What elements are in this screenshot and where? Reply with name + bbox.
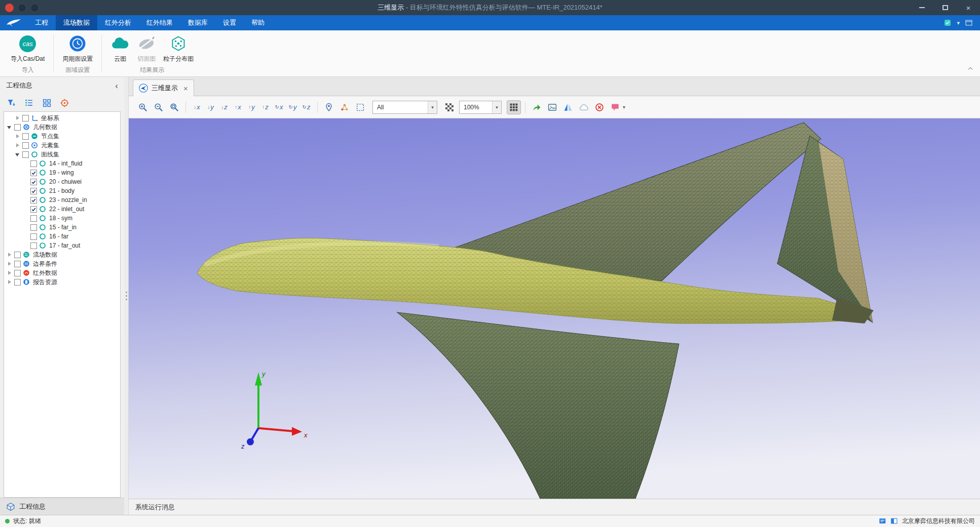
export-share-button[interactable]: [530, 100, 544, 114]
view-z-down-button[interactable]: ↓z: [217, 100, 231, 114]
tree-expand-closed-icon[interactable]: [7, 252, 12, 257]
tree-expand-closed-icon[interactable]: [15, 143, 20, 148]
ribbon-button-particles[interactable]: 粒子分布图: [160, 33, 197, 64]
taskbar-split-icon[interactable]: [890, 517, 898, 525]
view-x-down-button[interactable]: ↓x: [190, 100, 204, 114]
tree-checkbox[interactable]: [22, 142, 29, 149]
view-y-rotate-button[interactable]: ↻y: [286, 100, 299, 114]
tree-item-6[interactable]: 19 - wing: [4, 168, 120, 177]
tree-item-15[interactable]: 流场数据: [4, 250, 120, 259]
view-y-down-button[interactable]: ↓y: [204, 100, 217, 114]
tree-item-0[interactable]: 坐标系: [4, 113, 120, 123]
tree-item-2[interactable]: 节点集: [4, 132, 120, 141]
ribbon-button-clock[interactable]: 周期面设置: [59, 33, 96, 64]
tree-expand-closed-icon[interactable]: [15, 134, 20, 139]
particles-button[interactable]: [337, 100, 352, 114]
menu-item-6[interactable]: 帮助: [244, 15, 272, 30]
view-y-up-button[interactable]: ↑y: [245, 100, 258, 114]
tree-checkbox[interactable]: [30, 197, 37, 204]
marker-dropdown[interactable]: ▾: [608, 100, 625, 114]
minimize-button[interactable]: [910, 0, 933, 15]
tree-item-label[interactable]: 流场数据: [32, 251, 57, 259]
tree-expand-closed-icon[interactable]: [7, 279, 12, 285]
tree-item-10[interactable]: 22 - inlet_out: [4, 205, 120, 214]
tree-item-17[interactable]: 红外数据: [4, 268, 120, 277]
panel-collapse-button[interactable]: ‹: [115, 82, 118, 90]
window-layout-icon[interactable]: [965, 19, 973, 27]
filter-icon[interactable]: [7, 98, 16, 108]
zoom-fit-button[interactable]: [167, 100, 181, 114]
panel-splitter[interactable]: [124, 77, 129, 515]
tree-checkbox[interactable]: [22, 133, 29, 140]
tree-item-label[interactable]: 面线集: [40, 150, 59, 159]
tree-checkbox[interactable]: [30, 188, 37, 194]
tree-checkbox[interactable]: [22, 115, 29, 121]
cloud-display-button[interactable]: [577, 100, 591, 114]
tree-expand-closed-icon[interactable]: [7, 261, 12, 266]
tree-item-label[interactable]: 18 - sym: [48, 215, 72, 222]
tree-checkbox[interactable]: [30, 170, 37, 176]
tree-item-label[interactable]: 21 - body: [48, 187, 74, 194]
tree-item-label[interactable]: 23 - nozzle_in: [48, 196, 87, 204]
tree-item-label[interactable]: 14 - int_fluid: [48, 160, 82, 167]
maximize-button[interactable]: [933, 0, 957, 15]
tree-item-1[interactable]: 几何数据: [4, 123, 120, 132]
tree-item-5[interactable]: 14 - int_fluid: [4, 159, 120, 168]
locate-target-icon[interactable]: [60, 98, 69, 108]
tree-checkbox[interactable]: [14, 124, 21, 131]
menu-item-0[interactable]: 工程: [27, 15, 56, 30]
tree-checkbox[interactable]: [14, 279, 21, 286]
tree-expand-open-icon[interactable]: [7, 125, 12, 130]
tree-item-label[interactable]: 坐标系: [40, 114, 59, 123]
tree-item-label[interactable]: 元素集: [40, 141, 59, 150]
menu-item-5[interactable]: 设置: [215, 15, 244, 30]
tree-item-label[interactable]: 19 - wing: [48, 169, 74, 176]
tree-item-16[interactable]: 边界条件: [4, 259, 120, 268]
view-x-up-button[interactable]: ↑x: [231, 100, 245, 114]
texture-pattern-button[interactable]: [442, 100, 457, 114]
tree-checkbox[interactable]: [30, 233, 37, 240]
tree-checkbox[interactable]: [30, 160, 37, 167]
tree-expand-closed-icon[interactable]: [15, 115, 20, 120]
tree-checkbox[interactable]: [30, 242, 37, 249]
view-z-rotate-button[interactable]: ↻z: [299, 100, 313, 114]
tab-3d-view[interactable]: 三维显示 ×: [133, 79, 194, 96]
theme-icon[interactable]: [944, 19, 952, 27]
ribbon-collapse-button[interactable]: [967, 65, 974, 74]
tree-item-label[interactable]: 红外数据: [32, 269, 57, 277]
tree-item-7[interactable]: 20 - chuiwei: [4, 177, 120, 186]
grid-view-icon[interactable]: [42, 98, 52, 108]
ribbon-button-cas[interactable]: cas导入Cas/Dat: [7, 33, 48, 64]
view-z-up-button[interactable]: ↑z: [258, 100, 272, 114]
tree-checkbox[interactable]: [30, 206, 37, 213]
chevron-down-icon[interactable]: ▾: [623, 104, 625, 110]
zoom-level-select[interactable]: 100% ▾: [459, 101, 502, 114]
tree-item-18[interactable]: 报告资源: [4, 277, 120, 287]
tree-item-13[interactable]: 16 - far: [4, 232, 120, 241]
tree-item-label[interactable]: 15 - far_in: [48, 224, 77, 231]
tree-checkbox[interactable]: [22, 151, 29, 158]
view-x-rotate-button[interactable]: ↻x: [272, 100, 286, 114]
list-view-icon[interactable]: [24, 98, 34, 108]
menu-item-2[interactable]: 红外分析: [97, 15, 139, 30]
chevron-down-icon[interactable]: ▾: [492, 101, 501, 113]
grid-toggle-button[interactable]: [507, 100, 521, 114]
tree-item-label[interactable]: 边界条件: [32, 260, 57, 268]
tree-item-12[interactable]: 15 - far_in: [4, 223, 120, 232]
tree-item-8[interactable]: 21 - body: [4, 186, 120, 195]
tree-checkbox[interactable]: [14, 252, 21, 258]
app-badge-2-icon[interactable]: [30, 4, 39, 12]
taskbar-panel-icon[interactable]: [879, 517, 886, 525]
display-filter-select[interactable]: All ▾: [372, 101, 437, 114]
tree-expand-open-icon[interactable]: [15, 152, 20, 157]
ribbon-button-slice[interactable]: 切面图: [133, 33, 160, 64]
tree-item-label[interactable]: 20 - chuiwei: [48, 178, 82, 185]
tree-checkbox[interactable]: [30, 179, 37, 185]
viewport-3d[interactable]: y x z: [129, 118, 980, 499]
menu-item-4[interactable]: 数据库: [180, 15, 215, 30]
tree-checkbox[interactable]: [30, 224, 37, 231]
tree-item-label[interactable]: 报告资源: [32, 278, 57, 287]
tree-item-4[interactable]: 面线集: [4, 150, 120, 159]
tree-item-label[interactable]: 节点集: [40, 132, 59, 141]
tree-checkbox[interactable]: [14, 261, 21, 267]
